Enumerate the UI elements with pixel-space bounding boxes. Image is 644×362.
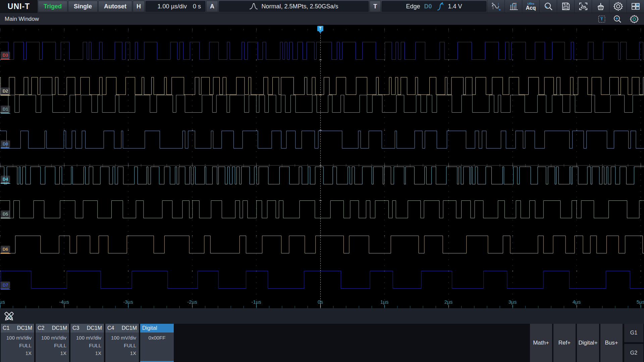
- card-value: FULL: [19, 343, 32, 348]
- window-layout-icon[interactable]: [627, 0, 644, 13]
- search-icon[interactable]: [539, 0, 557, 13]
- trigger-level-value: 1.4 V: [448, 3, 462, 10]
- horizontal-label: H: [133, 1, 145, 12]
- channel-label-d6[interactable]: D6: [1, 246, 10, 253]
- pulse-icon: [249, 3, 258, 10]
- channel-label-d4[interactable]: D4: [1, 176, 10, 183]
- trigger-source: D0: [424, 3, 432, 10]
- channel-label-text: D3: [3, 53, 8, 58]
- card-coupling: DC1M: [87, 325, 102, 331]
- ultra-acq-icon[interactable]: Ultra Acq: [522, 0, 539, 13]
- trigger-settings[interactable]: Edge D0 1.4 V: [382, 1, 486, 12]
- channel-card-c4[interactable]: C4DC1M100 mV/divFULL1X: [105, 324, 139, 362]
- channel-label-d0[interactable]: D0: [1, 140, 10, 147]
- channel-label-text: D1: [3, 107, 8, 112]
- card-coupling: DC1M: [52, 325, 67, 331]
- digital-add-button[interactable]: Digital+: [577, 324, 599, 362]
- brand-logo: UNI-T: [0, 0, 38, 13]
- card-value: FULL: [54, 343, 66, 348]
- card-body: 0x00FF: [140, 333, 174, 361]
- autoset-button[interactable]: Autoset: [98, 1, 132, 12]
- bottom-status-bar: C1DC1M100 mV/divFULL1XC2DC1M100 mV/divFU…: [0, 324, 644, 362]
- trigger-type: Edge: [406, 3, 420, 10]
- time-axis-label: 3µs: [508, 299, 517, 305]
- channel-label-d2[interactable]: D2: [1, 87, 10, 95]
- card-header: C2DC1M: [36, 324, 69, 333]
- zoom-in-icon[interactable]: [613, 15, 622, 23]
- fft-icon[interactable]: FFT: [504, 0, 522, 13]
- svg-text:A: A: [492, 2, 493, 4]
- time-axis-label: 1µs: [380, 299, 389, 305]
- time-axis-label: -3µs: [123, 299, 133, 305]
- screenshot-icon[interactable]: [574, 0, 592, 13]
- card-channel-name: C4: [107, 325, 114, 331]
- channel-label-d5[interactable]: D5: [1, 210, 10, 218]
- annotation-strip: [0, 308, 644, 324]
- measure-icon[interactable]: A B: [487, 0, 504, 13]
- channel-label-text: D0: [3, 141, 8, 146]
- channel-card-c1[interactable]: C1DC1M100 mV/divFULL1X: [1, 324, 34, 362]
- channel-card-c2[interactable]: C2DC1M100 mV/divFULL1X: [36, 324, 69, 362]
- card-body: 100 mV/divFULL1X: [70, 333, 104, 362]
- waveform-canvas: [0, 25, 644, 308]
- save-icon[interactable]: [557, 0, 574, 13]
- card-value: FULL: [89, 343, 101, 348]
- trigger-label-icon[interactable]: T: [598, 16, 605, 22]
- math-add-button[interactable]: Math+: [530, 324, 552, 362]
- channel-label-d7[interactable]: D7: [1, 282, 10, 289]
- toolbar-icon-strip: A B FFT Ultra Acq: [487, 0, 644, 13]
- bus-add-button[interactable]: Bus+: [600, 324, 623, 362]
- time-axis: -5µs-4µs-3µs-2µs-1µs0s1µs2µs3µs4µs5µs: [0, 299, 644, 306]
- card-header: C3DC1M: [70, 324, 104, 333]
- single-button[interactable]: Single: [68, 1, 98, 12]
- card-header: C1DC1M: [1, 324, 34, 333]
- card-value: 1X: [25, 350, 32, 356]
- time-axis-label: 0s: [318, 299, 323, 305]
- rising-edge-icon: [436, 2, 444, 11]
- ref-add-button[interactable]: Ref+: [553, 324, 576, 362]
- card-body: 100 mV/divFULL1X: [1, 333, 34, 362]
- channel-label-text: D5: [3, 212, 8, 217]
- settings-icon[interactable]: [609, 0, 627, 13]
- group-buttons: G1G2: [624, 324, 643, 362]
- acquire-info-text: Normal, 2.5MPts, 2.50GSa/s: [261, 3, 338, 10]
- card-channel-name: Digital: [142, 325, 157, 331]
- card-value: 100 mV/div: [111, 335, 136, 341]
- card-channel-name: C1: [3, 325, 9, 331]
- card-channel-name: C2: [38, 325, 44, 331]
- card-value: 100 mV/div: [6, 335, 32, 341]
- gear-icon[interactable]: [630, 15, 639, 23]
- top-toolbar: UNI-T Triged Single Autoset H 1.00 µs/di…: [0, 0, 644, 13]
- window-title: Main Window: [0, 16, 39, 22]
- time-axis-label: 2µs: [444, 299, 453, 305]
- main-window-bar: Main Window T: [0, 13, 644, 25]
- card-coupling: DC1M: [17, 325, 32, 331]
- channel-cards: C1DC1M100 mV/divFULL1XC2DC1M100 mV/divFU…: [1, 324, 174, 362]
- time-axis-label: -4µs: [59, 299, 69, 305]
- g2-button[interactable]: G2: [624, 344, 643, 362]
- trigger-status-badge[interactable]: Triged: [38, 1, 67, 12]
- channel-label-d3[interactable]: D3: [1, 52, 10, 59]
- horizontal-settings[interactable]: 1.00 µs/div 0 s: [146, 1, 205, 12]
- card-value: 0x00FF: [149, 335, 166, 341]
- channel-card-digital[interactable]: Digital0x00FF: [140, 324, 174, 362]
- time-axis-label: -2µs: [187, 299, 197, 305]
- draw-annotate-icon[interactable]: [3, 310, 15, 323]
- basket-icon[interactable]: [592, 0, 609, 13]
- trigger-position-flag[interactable]: T: [317, 26, 323, 31]
- horizontal-offset-value: 0 s: [193, 3, 201, 10]
- svg-text:B: B: [499, 9, 501, 11]
- acquire-settings[interactable]: Normal, 2.5MPts, 2.50GSa/s: [219, 1, 369, 12]
- channel-label-d1[interactable]: D1: [1, 106, 10, 113]
- channel-label-text: D6: [3, 247, 8, 252]
- trigger-label: T: [370, 1, 381, 12]
- waveform-display: D3D2D1D0D4D5D6D7 T -5µs-4µs-3µs-2µs-1µs0…: [0, 25, 644, 308]
- time-axis-label: -5µs: [0, 299, 5, 305]
- brand-logo-text: UNI-T: [8, 2, 30, 11]
- card-value: 100 mV/div: [76, 335, 101, 341]
- time-axis-label: 4µs: [573, 299, 581, 305]
- card-value: 100 mV/div: [41, 335, 66, 341]
- channel-card-c3[interactable]: C3DC1M100 mV/divFULL1X: [70, 324, 104, 362]
- g1-button[interactable]: G1: [624, 324, 643, 342]
- card-value: 1X: [60, 350, 66, 356]
